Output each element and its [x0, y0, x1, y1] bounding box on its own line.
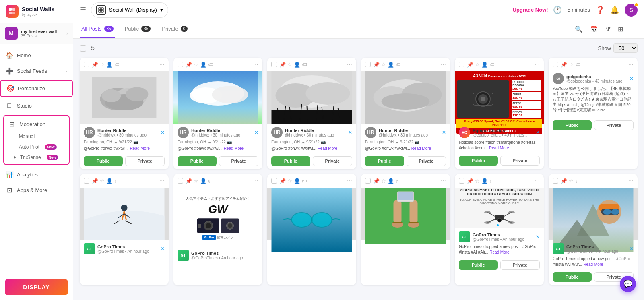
post-card-8-checkbox[interactable]: [178, 178, 183, 184]
star-icon-4[interactable]: ☆: [381, 62, 386, 68]
user-tag-icon-4[interactable]: 👤: [388, 62, 394, 68]
sidebar-item-studio[interactable]: □ Studio: [0, 98, 73, 113]
post-card-1-checkbox[interactable]: [84, 62, 89, 67]
public-button-3[interactable]: Public: [271, 156, 310, 166]
star-icon-10[interactable]: ☆: [381, 178, 386, 184]
post-card-2-checkbox[interactable]: [178, 62, 183, 67]
sidebar-item-analytics[interactable]: 📊 Analytics: [0, 167, 73, 182]
user-tag-icon[interactable]: 👤: [106, 62, 113, 68]
read-more-2[interactable]: Read More: [224, 146, 244, 151]
user-tag-icon-2[interactable]: 👤: [200, 62, 206, 68]
card-more-icon-2[interactable]: ···: [253, 61, 258, 68]
user-tag-icon-7[interactable]: 👤: [106, 178, 113, 184]
post-card-7-checkbox[interactable]: [84, 178, 89, 184]
tag-icon-6[interactable]: 🏷: [575, 62, 580, 68]
wall-selector-sidebar[interactable]: M my first ever wall 35 Posts ›: [0, 23, 73, 44]
private-button-6[interactable]: Private: [594, 120, 634, 130]
sidebar-item-apps-more[interactable]: ⊡ Apps & More: [0, 182, 73, 198]
select-all-checkbox[interactable]: [80, 45, 86, 52]
private-button-5[interactable]: Private: [500, 156, 540, 166]
filter-icon[interactable]: ⧩: [604, 24, 612, 35]
card-more-icon-8[interactable]: ···: [253, 177, 258, 184]
grid-view-icon[interactable]: ⊞: [616, 24, 625, 35]
user-tag-icon-5[interactable]: 👤: [481, 62, 488, 68]
tag-icon-10[interactable]: 🏷: [396, 178, 401, 184]
tag-icon-5[interactable]: 🏷: [489, 62, 495, 68]
post-card-10-checkbox[interactable]: [365, 178, 371, 184]
pin-icon-4[interactable]: 📌: [373, 62, 380, 68]
tag-icon-12[interactable]: 🏷: [575, 178, 580, 184]
user-tag-icon-11[interactable]: 👤: [481, 178, 488, 184]
card-more-icon-10[interactable]: ···: [441, 177, 446, 184]
refresh-icon[interactable]: ↻: [90, 45, 95, 52]
tag-icon-8[interactable]: 🏷: [208, 178, 213, 184]
sidebar-item-autopilot[interactable]: – Auto Pilot New: [4, 142, 69, 152]
pin-icon-6[interactable]: 📌: [561, 62, 567, 68]
card-more-icon-4[interactable]: ···: [441, 61, 446, 68]
card-more-icon[interactable]: ···: [159, 61, 165, 68]
sidebar-item-moderation[interactable]: ⊞ Moderation: [4, 117, 69, 131]
post-card-12-checkbox[interactable]: [553, 178, 558, 184]
star-icon-9[interactable]: ☆: [287, 178, 292, 184]
help-icon[interactable]: ❓: [596, 6, 605, 14]
user-avatar[interactable]: S: [625, 4, 638, 17]
pin-icon-3[interactable]: 📌: [279, 62, 286, 68]
tag-icon-9[interactable]: 🏷: [302, 178, 307, 184]
pin-icon-9[interactable]: 📌: [279, 178, 286, 184]
chat-bubble[interactable]: 💬: [620, 276, 636, 292]
card-more-icon-12[interactable]: ···: [628, 177, 634, 184]
private-button-1[interactable]: Private: [125, 156, 165, 166]
star-icon[interactable]: ☆: [100, 62, 105, 68]
card-more-icon-5[interactable]: ···: [535, 61, 540, 68]
show-select[interactable]: 50 25 100: [613, 43, 638, 53]
tab-all-posts[interactable]: All Posts 35: [80, 20, 115, 38]
sidebar-item-home[interactable]: 🏠 Home: [0, 48, 73, 63]
star-icon-5[interactable]: ☆: [475, 62, 480, 68]
read-more-1[interactable]: Read More: [130, 146, 150, 151]
public-button-11[interactable]: Public: [459, 260, 498, 270]
pin-icon-7[interactable]: 📌: [92, 178, 98, 184]
card-more-icon-11[interactable]: ···: [535, 177, 540, 184]
pin-icon-2[interactable]: 📌: [186, 62, 192, 68]
search-icon[interactable]: 🔍: [573, 24, 584, 35]
list-view-icon[interactable]: ☰: [629, 24, 638, 35]
bell-icon[interactable]: 🔔: [610, 6, 619, 14]
public-button-5[interactable]: Public: [459, 156, 498, 166]
tag-icon-2[interactable]: 🏷: [208, 62, 213, 68]
user-tag-icon-3[interactable]: 👤: [294, 62, 300, 68]
pin-icon-10[interactable]: 📌: [373, 178, 380, 184]
private-button-4[interactable]: Private: [407, 156, 446, 166]
tag-icon-3[interactable]: 🏷: [302, 62, 307, 68]
pin-icon-5[interactable]: 📌: [467, 62, 473, 68]
public-button-12[interactable]: Public: [553, 272, 592, 282]
calendar-icon[interactable]: 📅: [588, 24, 600, 35]
tag-icon[interactable]: 🏷: [114, 62, 120, 68]
tab-private[interactable]: Private 0: [160, 20, 189, 38]
read-more-5[interactable]: Read More: [489, 146, 509, 150]
pin-icon[interactable]: 📌: [92, 62, 98, 68]
public-button-1[interactable]: Public: [84, 156, 123, 166]
public-button-6[interactable]: Public: [553, 120, 592, 130]
menu-icon[interactable]: ☰: [80, 6, 86, 14]
post-card-5-checkbox[interactable]: [459, 62, 464, 67]
star-icon-2[interactable]: ☆: [194, 62, 198, 68]
post-card-3-checkbox[interactable]: [271, 62, 277, 67]
sidebar-item-trusense[interactable]: ✦ TruSense New: [4, 152, 69, 163]
upgrade-button[interactable]: Upgrade Now!: [513, 7, 548, 13]
star-icon-11[interactable]: ☆: [475, 178, 480, 184]
star-icon-6[interactable]: ☆: [569, 62, 574, 68]
public-button-2[interactable]: Public: [178, 156, 217, 166]
tag-icon-7[interactable]: 🏷: [114, 178, 120, 184]
pin-icon-11[interactable]: 📌: [467, 178, 473, 184]
star-icon-7[interactable]: ☆: [100, 178, 105, 184]
wall-display-selector[interactable]: Social Wall (Display) ▾: [91, 2, 168, 18]
user-tag-icon-9[interactable]: 👤: [294, 178, 300, 184]
post-card-6-checkbox[interactable]: [553, 62, 558, 67]
display-button[interactable]: DISPLAY: [5, 279, 68, 295]
sidebar-item-personalize[interactable]: 🎯 Personalize: [0, 80, 73, 97]
star-icon-8[interactable]: ☆: [194, 178, 198, 184]
tag-icon-4[interactable]: 🏷: [396, 62, 401, 68]
card-more-icon-7[interactable]: ···: [159, 177, 165, 184]
tab-public[interactable]: Public 35: [123, 20, 153, 38]
post-card-4-checkbox[interactable]: [365, 62, 371, 67]
